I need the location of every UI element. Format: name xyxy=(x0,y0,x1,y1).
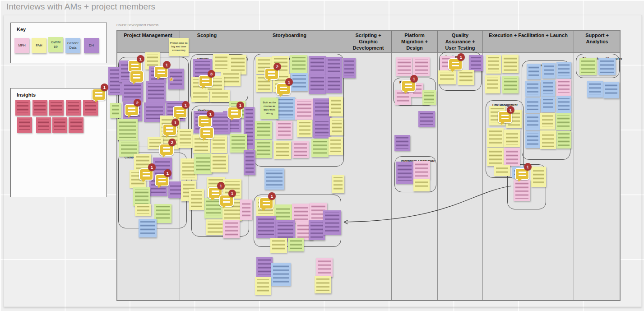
sticky-note[interactable] xyxy=(486,55,501,74)
comment-indicator[interactable]: 1 xyxy=(259,197,273,209)
sticky-note[interactable] xyxy=(135,204,151,216)
sticky-note[interactable] xyxy=(309,75,326,94)
sticky-note[interactable] xyxy=(240,200,252,220)
sticky-note[interactable] xyxy=(256,216,276,238)
sticky-note[interactable] xyxy=(178,129,193,148)
sticky-note[interactable] xyxy=(295,99,313,120)
sticky-note[interactable] xyxy=(194,153,212,174)
sticky-note[interactable] xyxy=(244,150,255,175)
sticky-note[interactable] xyxy=(504,148,520,166)
sticky-note[interactable] xyxy=(504,130,520,147)
insight-note[interactable] xyxy=(83,100,98,116)
sticky-note[interactable] xyxy=(579,58,597,75)
sticky-note[interactable] xyxy=(291,73,308,91)
sticky-note[interactable] xyxy=(210,90,230,102)
comment-indicator[interactable]: 1 xyxy=(219,195,234,207)
sticky-note[interactable] xyxy=(494,165,510,176)
insight-note[interactable] xyxy=(66,100,81,116)
sticky-note[interactable] xyxy=(223,220,240,238)
sticky-note[interactable] xyxy=(525,97,540,113)
sticky-note[interactable] xyxy=(556,62,571,79)
sticky-note[interactable]: Project was so big and time consuming xyxy=(169,38,189,56)
sticky-note[interactable] xyxy=(110,103,121,118)
sticky-note[interactable] xyxy=(422,90,436,105)
comment-indicator[interactable]: 1 xyxy=(276,83,291,95)
key-note-fah[interactable]: FAH xyxy=(32,38,46,53)
sticky-note[interactable] xyxy=(255,121,272,139)
sticky-note[interactable] xyxy=(290,55,307,73)
sticky-note[interactable] xyxy=(255,277,271,295)
sticky-note[interactable] xyxy=(531,167,546,187)
sticky-note[interactable] xyxy=(323,210,341,235)
star-icon[interactable]: ★ xyxy=(169,76,174,83)
sticky-note[interactable] xyxy=(603,82,619,98)
sticky-note[interactable] xyxy=(413,57,430,76)
sticky-note[interactable] xyxy=(502,55,519,73)
sticky-note[interactable] xyxy=(330,118,343,135)
sticky-note[interactable] xyxy=(343,58,356,78)
sticky-note[interactable] xyxy=(315,276,331,293)
comment-indicator[interactable]: 1 xyxy=(139,168,153,181)
comment-indicator[interactable]: 2 xyxy=(159,144,174,156)
sticky-note[interactable] xyxy=(206,219,224,235)
sticky-note[interactable] xyxy=(264,168,284,190)
comment-indicator[interactable] xyxy=(130,70,144,83)
sticky-note[interactable] xyxy=(540,113,555,130)
sticky-note[interactable] xyxy=(540,130,556,149)
sticky-note[interactable] xyxy=(438,70,456,84)
sticky-note[interactable] xyxy=(313,119,330,138)
sticky-note[interactable] xyxy=(255,140,272,158)
sticky-note[interactable] xyxy=(274,141,291,159)
sticky-note[interactable] xyxy=(309,220,325,240)
sticky-note[interactable] xyxy=(418,111,435,127)
sticky-note[interactable] xyxy=(396,57,412,76)
sticky-note[interactable] xyxy=(413,161,430,179)
sticky-note[interactable] xyxy=(413,179,430,191)
insight-note[interactable] xyxy=(15,100,30,116)
sticky-note[interactable] xyxy=(122,82,143,102)
sticky-note[interactable] xyxy=(271,263,291,286)
insight-note[interactable] xyxy=(52,117,67,133)
sticky-note[interactable] xyxy=(326,57,342,75)
sticky-note[interactable] xyxy=(502,76,519,93)
comment-indicator[interactable]: 1 xyxy=(162,124,177,136)
sticky-note[interactable] xyxy=(556,96,571,113)
sticky-note[interactable] xyxy=(211,154,228,172)
sticky-note[interactable] xyxy=(487,148,504,166)
sticky-note[interactable]: Built as the course as they went along xyxy=(260,97,278,119)
sticky-note[interactable] xyxy=(154,204,171,223)
sticky-note[interactable] xyxy=(525,81,540,97)
sticky-note[interactable] xyxy=(133,187,150,206)
sticky-note[interactable] xyxy=(556,131,571,149)
sticky-note[interactable] xyxy=(541,97,555,112)
sticky-note[interactable] xyxy=(329,137,343,155)
sticky-note[interactable] xyxy=(541,80,555,97)
key-note-gwim-69[interactable]: GWIM 69 xyxy=(48,37,63,52)
sticky-note[interactable] xyxy=(276,97,295,120)
sticky-note[interactable] xyxy=(485,75,500,93)
sticky-note[interactable] xyxy=(525,131,540,148)
comment-indicator[interactable]: 1 xyxy=(227,107,242,119)
comment-indicator[interactable]: 1 xyxy=(92,88,106,101)
sticky-note[interactable] xyxy=(309,56,326,75)
sticky-note[interactable] xyxy=(189,189,204,210)
comment-indicator[interactable]: 3 xyxy=(199,75,213,87)
whiteboard-canvas[interactable]: Interviews with AMs + project members Ke… xyxy=(0,0,644,311)
sticky-note[interactable] xyxy=(288,238,304,251)
comment-indicator[interactable]: 1 xyxy=(198,115,212,127)
sticky-note[interactable] xyxy=(525,114,540,130)
sticky-note[interactable] xyxy=(396,162,413,184)
sticky-note[interactable] xyxy=(587,81,603,97)
sticky-note[interactable] xyxy=(556,113,571,130)
key-note-mfh[interactable]: MFH xyxy=(14,38,29,53)
sticky-note[interactable] xyxy=(316,258,333,277)
sticky-note[interactable] xyxy=(527,64,541,79)
sticky-note[interactable] xyxy=(326,75,342,93)
comment-indicator[interactable] xyxy=(199,127,214,139)
sticky-note[interactable] xyxy=(311,139,329,157)
sticky-note[interactable] xyxy=(556,79,571,96)
comment-indicator[interactable]: 1 xyxy=(515,168,529,180)
sticky-note[interactable] xyxy=(117,119,138,140)
sticky-note[interactable] xyxy=(313,98,331,119)
sticky-note[interactable] xyxy=(598,58,616,75)
